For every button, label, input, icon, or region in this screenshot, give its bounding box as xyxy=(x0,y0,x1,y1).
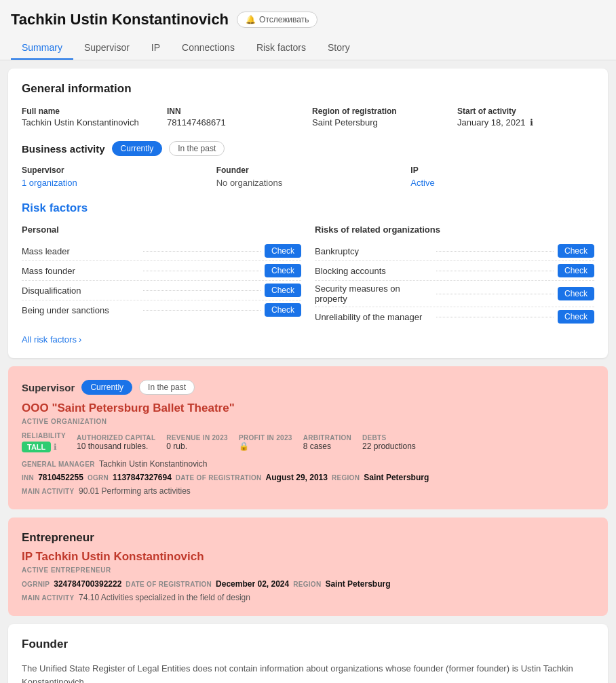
ip-biz-link[interactable]: Active xyxy=(410,178,434,188)
risk-dots-2 xyxy=(143,271,261,271)
nav-tabs: Summary Supervisor IP Connections Risk f… xyxy=(11,37,605,60)
revenue-label: REVENUE IN 2023 xyxy=(166,434,228,442)
debts-item: DEBTS 22 productions xyxy=(362,434,416,451)
inn-label: INN xyxy=(167,106,304,116)
related-risk-col: Risks of related organizations Bankruptc… xyxy=(315,225,594,326)
tab-summary[interactable]: Summary xyxy=(11,37,73,60)
supervisor-card-header: Supervisor Currently In the past xyxy=(22,380,594,395)
general-info-title: General information xyxy=(22,82,594,96)
tab-story[interactable]: Story xyxy=(317,37,361,60)
supervisor-past-toggle[interactable]: In the past xyxy=(139,380,195,395)
founder-biz-item: Founder No organizations xyxy=(216,165,400,188)
entrepreneur-name: IP Tachkin Ustin Konstantinovich xyxy=(22,550,594,564)
supervisor-currently-toggle[interactable]: Currently xyxy=(81,380,132,395)
revenue-item: REVENUE IN 2023 0 rub. xyxy=(166,434,228,451)
org-date-reg-label: DATE OF REGISTRATION xyxy=(176,474,262,482)
revenue-value: 0 rub. xyxy=(166,442,187,451)
main-activity-label: MAIN ACTIVITY xyxy=(22,488,74,495)
ip-biz-item: IP Active xyxy=(410,165,594,188)
risk-dots-6 xyxy=(436,271,554,271)
risk-dots xyxy=(143,251,261,252)
full-name-value: Tachkin Ustin Konstantinovich xyxy=(22,117,139,128)
business-activity-title: Business activity xyxy=(22,143,105,155)
risk-dots-4 xyxy=(143,310,261,311)
personal-risk-col: Personal Mass leader Check Mass founder … xyxy=(22,225,301,326)
security-check-btn[interactable]: Check xyxy=(558,287,594,300)
sanctions-label: Being under sanctions xyxy=(22,305,139,315)
org-ogrn-value: 1137847327694 xyxy=(113,473,172,482)
entrepreneur-details-row: OGRNIP 324784700392222 DATE OF REGISTRAT… xyxy=(22,579,594,589)
arbitration-item: ARBITRATION 8 cases xyxy=(303,434,351,451)
sanctions-check-btn[interactable]: Check xyxy=(265,303,301,317)
header: Tachkin Ustin Konstantinovich 🔔 Отслежив… xyxy=(0,0,616,60)
ent-region-label: REGION xyxy=(293,581,321,588)
ent-main-activity-row: MAIN ACTIVITY 74.10 Activities specializ… xyxy=(22,593,594,602)
unreliability-check-btn[interactable]: Check xyxy=(558,310,594,324)
in-the-past-toggle[interactable]: In the past xyxy=(169,141,225,156)
org-ogrn-label: OGRN xyxy=(88,474,109,482)
mass-leader-label: Mass leader xyxy=(22,246,139,256)
risk-row-disqualification: Disqualification Check xyxy=(22,281,301,300)
follow-button[interactable]: 🔔 Отслеживать xyxy=(237,12,317,28)
inn-value: 781147468671 xyxy=(167,117,226,128)
business-grid: Supervisor 1 organization Founder No org… xyxy=(22,165,594,188)
tab-risk-factors[interactable]: Risk factors xyxy=(246,37,317,60)
blocking-label: Blocking accounts xyxy=(315,266,432,276)
risk-row-mass-founder: Mass founder Check xyxy=(22,261,301,281)
ent-main-activity-value: 74.10 Activities specialized in the fiel… xyxy=(79,593,250,602)
main-content: General information Full name Tachkin Us… xyxy=(0,60,616,683)
blocking-check-btn[interactable]: Check xyxy=(558,264,594,277)
disqualification-check-btn[interactable]: Check xyxy=(265,284,301,297)
start-label: Start of activity xyxy=(457,106,594,116)
ent-date-reg-label: DATE OF REGISTRATION xyxy=(126,581,212,588)
org-name: OOO "Saint Petersburg Ballet Theatre" xyxy=(22,402,594,415)
risk-dots-3 xyxy=(143,290,261,291)
risk-row-sanctions: Being under sanctions Check xyxy=(22,300,301,319)
general-manager-label: GENERAL MANAGER xyxy=(22,461,95,468)
org-region-value: Saint Petersburg xyxy=(364,473,429,482)
debts-label: DEBTS xyxy=(362,434,416,442)
page-container: Tachkin Ustin Konstantinovich 🔔 Отслежив… xyxy=(0,0,616,683)
risk-factors-title: Risk factors xyxy=(22,201,594,215)
mass-leader-check-btn[interactable]: Check xyxy=(265,244,301,258)
tab-connections[interactable]: Connections xyxy=(171,37,246,60)
entrepreneur-status: ACTIVE ENTREPRENEUR xyxy=(22,566,594,574)
header-top: Tachkin Ustin Konstantinovich 🔔 Отслежив… xyxy=(11,11,605,28)
supervisor-biz-link[interactable]: 1 organization xyxy=(22,178,77,188)
supervisor-card: Supervisor Currently In the past OOO "Sa… xyxy=(8,366,608,509)
general-manager-value: Tachkin Ustin Konstantinovich xyxy=(99,459,207,469)
org-inn-value: 7810452255 xyxy=(38,473,83,482)
founder-biz-value: No organizations xyxy=(216,178,283,188)
founder-title: Founder xyxy=(22,638,594,651)
chevron-right-icon: › xyxy=(79,334,81,345)
entrepreneur-title: Entrepreneur xyxy=(22,531,594,545)
entrepreneur-card: Entrepreneur IP Tachkin Ustin Konstantin… xyxy=(8,518,608,616)
risk-dots-7 xyxy=(436,294,554,294)
arbitration-label: ARBITRATION xyxy=(303,434,351,442)
risk-row-bankruptcy: Bankruptcy Check xyxy=(315,241,594,261)
all-risk-factors-link[interactable]: All risk factors › xyxy=(22,334,81,345)
supervisor-biz-item: Supervisor 1 organization xyxy=(22,165,206,188)
business-activity-header: Business activity Currently In the past xyxy=(22,141,594,156)
mass-founder-check-btn[interactable]: Check xyxy=(265,264,301,277)
reliability-info-icon: ℹ xyxy=(54,442,57,452)
founder-biz-label: Founder xyxy=(216,165,400,175)
security-label: Security measures on property xyxy=(315,284,432,304)
tab-ip[interactable]: IP xyxy=(140,37,171,60)
authorized-capital-value: 10 thousand rubles. xyxy=(77,442,148,451)
risk-dots-5 xyxy=(436,251,554,252)
reliability-badge: TALL xyxy=(22,442,51,452)
bankruptcy-check-btn[interactable]: Check xyxy=(558,244,594,258)
tab-supervisor[interactable]: Supervisor xyxy=(73,37,140,60)
general-info-card: General information Full name Tachkin Us… xyxy=(8,69,608,358)
risk-row-security: Security measures on property Check xyxy=(315,281,594,307)
reliability-item: RELIABILITY TALL ℹ xyxy=(22,432,66,452)
bell-icon: 🔔 xyxy=(246,15,256,24)
founder-description: The Unified State Register of Legal Enti… xyxy=(22,662,594,683)
mass-founder-label: Mass founder xyxy=(22,266,139,276)
lock-icon: 🔒 xyxy=(239,442,249,451)
supervisor-biz-label: Supervisor xyxy=(22,165,206,175)
org-status: ACTIVE ORGANIZATION xyxy=(22,418,594,425)
risk-factors-section: Risk factors Personal Mass leader Check … xyxy=(22,201,594,345)
currently-toggle[interactable]: Currently xyxy=(112,141,163,156)
